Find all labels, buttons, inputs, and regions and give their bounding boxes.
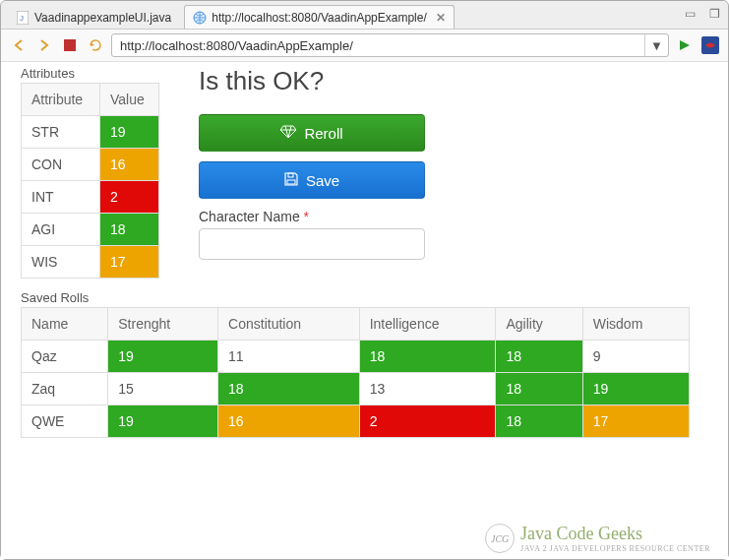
browser-toolbar: ▼ xyxy=(1,29,728,62)
diamond-icon xyxy=(280,125,296,142)
tab-editor[interactable]: J VaadinappexampleUI.java xyxy=(7,5,180,29)
attr-cell-name: WIS xyxy=(22,246,100,279)
go-button[interactable] xyxy=(675,35,695,55)
col-int: Intelligence xyxy=(359,308,496,341)
saved-rolls-table: Name Strenght Constitution Intelligence … xyxy=(21,307,690,438)
saved-rolls-title: Saved Rolls xyxy=(21,290,708,305)
tab-bar: J VaadinappexampleUI.java http://localho… xyxy=(1,1,728,29)
cell-int: 2 xyxy=(359,405,496,438)
table-row[interactable]: INT2 xyxy=(22,181,159,214)
external-browser-button[interactable] xyxy=(700,35,720,55)
cell-str: 15 xyxy=(108,373,218,405)
attr-col-value: Value xyxy=(100,84,159,116)
attr-cell-value: 2 xyxy=(100,181,159,214)
attributes-title: Attributes xyxy=(21,66,159,81)
content-area: Attributes Attribute Value STR19CON16INT… xyxy=(1,62,728,559)
tab-editor-label: VaadinappexampleUI.java xyxy=(34,11,171,25)
save-button[interactable]: Save xyxy=(199,161,425,199)
cell-int: 18 xyxy=(359,341,496,373)
jcg-logo-icon: JCG xyxy=(485,524,515,553)
required-star: * xyxy=(304,209,309,224)
col-wis: Wisdom xyxy=(582,308,689,341)
back-button[interactable] xyxy=(9,35,29,55)
forward-button[interactable] xyxy=(34,35,54,55)
url-input[interactable] xyxy=(112,38,644,53)
col-name: Name xyxy=(22,308,108,341)
attr-cell-value: 17 xyxy=(100,246,159,279)
attributes-table: Attribute Value STR19CON16INT2AGI18WIS17 xyxy=(21,83,159,279)
attr-cell-name: INT xyxy=(22,181,100,214)
cell-wis: 19 xyxy=(582,373,689,405)
charname-label: Character Name * xyxy=(199,209,425,224)
charname-input[interactable] xyxy=(199,228,425,260)
java-file-icon: J xyxy=(16,11,30,25)
table-row[interactable]: Zaq1518131819 xyxy=(22,373,690,405)
cell-wis: 17 xyxy=(582,405,689,438)
restore-icon[interactable]: ❐ xyxy=(709,7,720,21)
table-row[interactable]: STR19 xyxy=(22,116,159,149)
floppy-icon xyxy=(284,172,298,189)
minimize-icon[interactable]: ▭ xyxy=(685,7,696,21)
attr-cell-value: 18 xyxy=(100,214,159,246)
cell-con: 11 xyxy=(218,341,360,373)
table-row[interactable]: QWE191621817 xyxy=(22,405,690,438)
globe-icon xyxy=(193,11,207,25)
attributes-section: Attributes Attribute Value STR19CON16INT… xyxy=(21,66,159,279)
attr-cell-value: 16 xyxy=(100,149,159,181)
app-window: J VaadinappexampleUI.java http://localho… xyxy=(0,0,729,560)
table-row[interactable]: WIS17 xyxy=(22,246,159,279)
table-row[interactable]: CON16 xyxy=(22,149,159,181)
window-controls: ▭ ❐ xyxy=(685,7,720,21)
cell-str: 19 xyxy=(108,405,218,438)
col-str: Strenght xyxy=(108,308,218,341)
cell-con: 18 xyxy=(218,373,360,405)
watermark: JCG Java Code Geeks JAVA 2 JAVA DEVELOPE… xyxy=(485,524,710,553)
url-bar: ▼ xyxy=(111,33,669,57)
cell-con: 16 xyxy=(218,405,360,438)
table-row[interactable]: Qaz191118189 xyxy=(22,341,690,373)
table-row[interactable]: AGI18 xyxy=(22,214,159,246)
svg-rect-3 xyxy=(64,39,76,51)
attr-col-attribute: Attribute xyxy=(22,84,100,116)
reroll-label: Reroll xyxy=(304,125,342,142)
refresh-button[interactable] xyxy=(86,35,105,55)
watermark-sub: JAVA 2 JAVA DEVELOPERS RESOURCE CENTER xyxy=(520,544,710,553)
heading: Is this OK? xyxy=(199,66,425,96)
attr-cell-name: CON xyxy=(22,149,100,181)
save-label: Save xyxy=(306,172,339,189)
cell-agi: 18 xyxy=(496,373,582,405)
cell-agi: 18 xyxy=(496,405,582,438)
watermark-main: Java Code Geeks xyxy=(520,524,642,543)
col-agi: Agility xyxy=(496,308,582,341)
url-dropdown[interactable]: ▼ xyxy=(644,33,668,57)
stop-button[interactable] xyxy=(60,35,80,55)
reroll-button[interactable]: Reroll xyxy=(199,114,425,152)
right-panel: Is this OK? Reroll Save Character Name * xyxy=(199,66,425,260)
tab-browser[interactable]: http://localhost:8080/VaadinAppExample/ … xyxy=(184,5,455,29)
col-con: Constitution xyxy=(218,308,360,341)
cell-agi: 18 xyxy=(496,341,582,373)
cell-name: Zaq xyxy=(22,373,108,405)
svg-text:J: J xyxy=(20,14,24,23)
attr-cell-value: 19 xyxy=(100,116,159,149)
attr-cell-name: AGI xyxy=(22,214,100,246)
cell-name: QWE xyxy=(22,405,108,438)
close-icon[interactable]: ✕ xyxy=(436,11,446,25)
cell-name: Qaz xyxy=(22,341,108,373)
cell-wis: 9 xyxy=(582,341,689,373)
attr-cell-name: STR xyxy=(22,116,100,149)
tab-browser-label: http://localhost:8080/VaadinAppExample/ xyxy=(212,11,427,25)
svg-rect-6 xyxy=(287,180,295,184)
saved-rolls-section: Saved Rolls Name Strenght Constitution I… xyxy=(21,290,708,438)
cell-int: 13 xyxy=(359,373,496,405)
cell-str: 19 xyxy=(108,341,218,373)
svg-rect-5 xyxy=(288,173,293,177)
